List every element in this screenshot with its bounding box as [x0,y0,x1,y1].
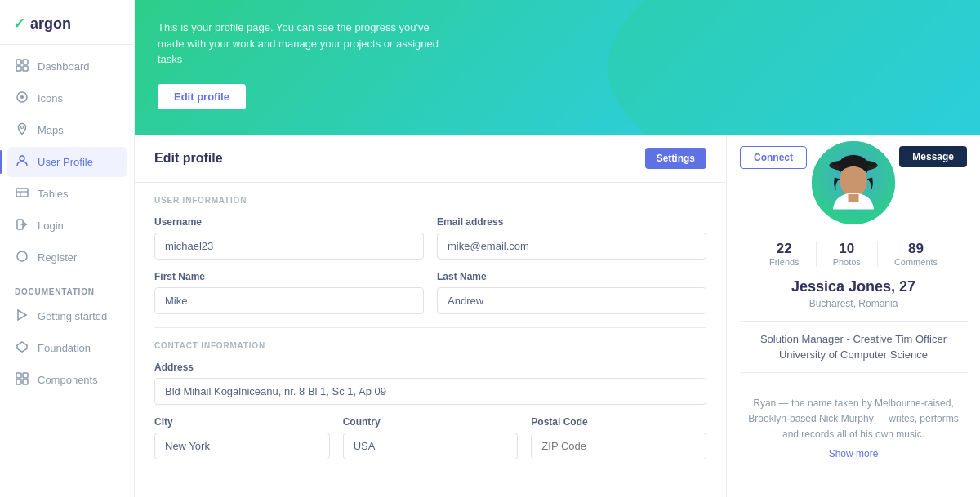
sidebar-item-label: Register [38,251,77,264]
profile-divider [740,321,968,322]
last-name-label: Last Name [437,271,706,282]
user-profile-icon [15,154,29,170]
sidebar-item-label: Tables [38,188,69,200]
login-icon [15,218,29,233]
postal-group: Postal Code [531,416,706,459]
profile-name: Jessica Jones, 27 [791,278,915,295]
logo-text: argon [30,16,71,33]
svg-rect-19 [23,379,28,384]
main-content: This is your profile page. You can see t… [135,0,980,497]
country-group: Country [343,416,519,459]
email-label: Email address [437,216,706,228]
svg-rect-0 [16,60,21,64]
form-body: USER INFORMATION Username Email address … [135,183,726,484]
svg-rect-24 [848,194,858,202]
profile-panel: Connect [727,135,980,497]
address-input[interactable] [154,378,706,405]
sidebar-item-tables[interactable]: Tables [7,179,127,209]
form-title: Edit profile [154,151,223,166]
svg-point-5 [20,95,24,99]
avatar-container [808,138,898,228]
address-group: Address [154,362,706,405]
sidebar-nav: Dashboard Icons Maps User Profile Tables [0,51,134,397]
content-area: Edit profile Settings USER INFORMATION U… [135,135,980,497]
getting-started-icon [15,308,29,324]
sidebar-item-label: User Profile [38,156,93,168]
profile-bio: Ryan — the name taken by Melbourne-raise… [727,396,980,443]
comments-stat: 89 Comments [877,241,954,267]
contact-section-label: CONTACT INFORMATION [154,341,706,350]
country-label: Country [343,416,519,428]
svg-point-6 [21,126,24,129]
city-group: City [154,416,330,459]
photos-label: Photos [833,257,861,267]
first-name-label: First Name [154,271,424,282]
show-more-link[interactable]: Show more [829,448,879,459]
sidebar-item-label: Maps [38,124,64,136]
username-input[interactable] [154,233,424,260]
sidebar-item-label: Icons [38,92,63,104]
sidebar-item-label: Login [38,220,64,232]
friends-stat: 22 Friends [753,241,816,267]
edit-profile-button[interactable]: Edit profile [158,84,246,109]
profile-location: Bucharest, Romania [809,298,898,309]
message-button[interactable]: Message [899,146,967,167]
svg-point-13 [17,251,27,261]
maps-icon [15,122,29,138]
svg-rect-3 [23,66,28,71]
comments-value: 89 [894,241,938,257]
sidebar-item-label: Dashboard [38,60,90,73]
svg-rect-16 [16,373,21,378]
svg-rect-17 [23,373,28,378]
address-label: Address [154,362,706,373]
logo: ✓ argon [0,0,134,45]
avatar [808,138,898,228]
postal-label: Postal Code [531,416,706,428]
first-name-input[interactable] [154,287,424,314]
photos-value: 10 [833,241,861,257]
sidebar-item-label: Getting started [38,310,107,322]
settings-button[interactable]: Settings [645,148,706,169]
last-name-input[interactable] [437,287,706,314]
profile-divider-2 [740,372,968,373]
profile-stats: 22 Friends 10 Photos 89 Comments [727,241,980,267]
doc-section-title: DOCUMENTATION [7,274,127,301]
sidebar-item-icons[interactable]: Icons [7,83,127,113]
sidebar-item-label: Foundation [38,342,91,354]
svg-marker-14 [18,310,26,320]
hero-text: This is your profile page. You can see t… [158,20,452,109]
city-input[interactable] [154,433,330,459]
profile-actions: Connect [727,135,980,228]
sidebar-item-dashboard[interactable]: Dashboard [7,51,127,82]
sidebar-item-login[interactable]: Login [7,211,127,241]
sidebar-item-getting-started[interactable]: Getting started [7,301,127,331]
postal-input[interactable] [531,433,706,459]
sidebar-item-user-profile[interactable]: User Profile [7,147,127,177]
user-info-section-label: USER INFORMATION [154,196,706,205]
sidebar-item-register[interactable]: Register [7,242,127,273]
sidebar-item-components[interactable]: Components [7,365,127,395]
sidebar: ✓ argon Dashboard Icons Maps User Profi [0,0,135,497]
username-email-row: Username Email address [154,216,706,260]
dashboard-icon [15,59,29,74]
svg-rect-8 [16,189,28,197]
register-icon [15,250,29,265]
address-row: Address [154,362,706,405]
profile-university: University of Computer Science [779,348,928,361]
email-input[interactable] [437,233,706,260]
country-input[interactable] [343,433,519,459]
svg-point-7 [20,156,24,161]
name-row: First Name Last Name [154,271,706,314]
connect-button[interactable]: Connect [740,146,807,169]
svg-rect-18 [16,379,21,384]
form-header: Edit profile Settings [135,135,726,183]
friends-value: 22 [769,241,800,257]
comments-label: Comments [894,257,938,267]
sidebar-item-maps[interactable]: Maps [7,115,127,145]
form-panel: Edit profile Settings USER INFORMATION U… [135,135,727,497]
hero-description: This is your profile page. You can see t… [158,20,452,68]
city-country-row: City Country Postal Code [154,416,706,459]
sidebar-item-foundation[interactable]: Foundation [7,333,127,363]
components-icon [15,372,29,388]
svg-marker-15 [17,342,27,352]
